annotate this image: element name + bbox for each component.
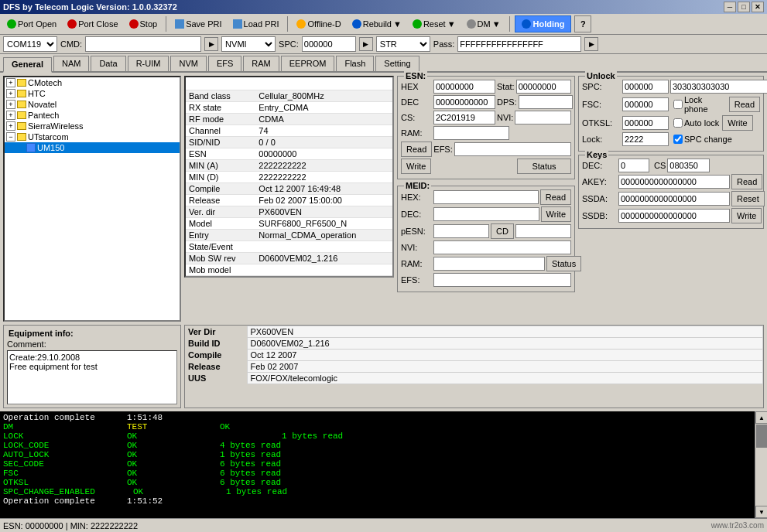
- meid-pesn-input[interactable]: [433, 224, 489, 238]
- extra-uus-value: FOX/FOX/telecomlogic: [247, 373, 763, 384]
- load-pri-button[interactable]: Load PRI: [229, 15, 283, 32]
- meid-dec-input[interactable]: [433, 207, 539, 221]
- esn-status-button[interactable]: Status: [517, 159, 571, 174]
- meid-write-button[interactable]: Write: [541, 206, 571, 222]
- holding-button[interactable]: Holding: [515, 15, 572, 32]
- log-scroll-up[interactable]: ▲: [755, 411, 767, 424]
- meid-pesn2-input[interactable]: [515, 224, 571, 238]
- meid-cd-button[interactable]: CD: [491, 223, 514, 239]
- pass-input[interactable]: [457, 36, 581, 52]
- save-icon: [175, 19, 184, 29]
- tab-data[interactable]: Data: [91, 56, 125, 71]
- tab-nvm[interactable]: NVM: [170, 56, 206, 71]
- expand-htc[interactable]: +: [6, 89, 15, 98]
- tree-item-cmotech[interactable]: + CMotech: [5, 77, 180, 88]
- keys-dec-input[interactable]: [618, 159, 649, 172]
- dm-button[interactable]: DM▼: [463, 15, 505, 32]
- port-close-button[interactable]: Port Close: [63, 15, 122, 32]
- tab-eeprom[interactable]: EEPROM: [281, 56, 335, 71]
- keys-write-button[interactable]: Write: [731, 208, 762, 223]
- tree-item-utstarcom[interactable]: − UTstarcom: [5, 131, 180, 142]
- info-value-mina: 2222222222: [255, 159, 392, 171]
- meid-nvi-input[interactable]: [433, 240, 571, 254]
- keys-cs-input[interactable]: [667, 159, 710, 172]
- unlock-spc-input2[interactable]: [670, 80, 767, 94]
- extra-release-value: Feb 02 2007: [247, 361, 763, 373]
- meid-efs-input[interactable]: [433, 273, 571, 287]
- expand-novatel[interactable]: +: [6, 100, 15, 109]
- esn-stat-input[interactable]: [516, 80, 571, 94]
- expand-sierrawireless[interactable]: +: [6, 121, 15, 131]
- log-scroll-thumb: [756, 425, 767, 448]
- reset-button[interactable]: Reset▼: [409, 15, 460, 32]
- cmd-arrow-button[interactable]: ▶: [204, 37, 218, 51]
- tree-item-pantech[interactable]: + Pantech: [5, 110, 180, 121]
- save-pri-button[interactable]: Save PRI: [171, 15, 225, 32]
- tab-flash[interactable]: Flash: [336, 56, 374, 71]
- log-scrollbar[interactable]: ▲ ▼: [755, 411, 767, 518]
- meid-hex-input[interactable]: [433, 190, 539, 204]
- pass-arrow-button[interactable]: ▶: [584, 37, 598, 51]
- tab-nam[interactable]: NAM: [53, 56, 89, 71]
- esn-read-button[interactable]: Read: [401, 142, 432, 157]
- unlock-otksl-input[interactable]: [622, 116, 669, 130]
- close-button[interactable]: ✕: [752, 2, 764, 12]
- spc-arrow-button[interactable]: ▶: [359, 37, 373, 51]
- stop-button[interactable]: Stop: [125, 15, 162, 32]
- esn-write-button[interactable]: Write: [401, 159, 431, 174]
- tab-efs[interactable]: EFS: [208, 56, 241, 71]
- unlock-spc-input1[interactable]: [622, 80, 669, 94]
- tab-general[interactable]: General: [3, 57, 52, 73]
- tab-setting[interactable]: Setting: [375, 56, 419, 71]
- tab-ram[interactable]: RAM: [243, 56, 279, 71]
- esn-dec-input[interactable]: [433, 95, 495, 109]
- lock-phone-checkbox[interactable]: [673, 100, 683, 109]
- unlock-fsc-input[interactable]: [622, 97, 669, 111]
- unlock-read-button[interactable]: Read: [729, 97, 760, 112]
- unlock-lock-input[interactable]: [622, 132, 669, 146]
- minimize-button[interactable]: ─: [724, 2, 736, 12]
- com-port-select[interactable]: COM119: [3, 36, 57, 52]
- comment-textarea[interactable]: Create:29.10.2008Free equipment for test: [7, 350, 177, 404]
- esn-ram-input[interactable]: [433, 126, 509, 140]
- expand-utstarcom[interactable]: −: [6, 132, 15, 142]
- keys-ssdb-input[interactable]: [618, 209, 730, 223]
- tree-item-htc[interactable]: + HTC: [5, 88, 180, 99]
- cmd-input[interactable]: [85, 36, 201, 52]
- tree-item-sierrawireless[interactable]: + SierraWireless: [5, 121, 180, 131]
- nvmi-select[interactable]: NVMI: [221, 36, 276, 52]
- rebuild-button[interactable]: Rebuild▼: [348, 15, 406, 32]
- spc-change-checkbox[interactable]: [673, 135, 683, 144]
- help-button[interactable]: ?: [574, 15, 591, 32]
- tree-item-um150[interactable]: UM150: [5, 142, 180, 153]
- maximize-button[interactable]: □: [738, 2, 750, 12]
- esn-cs-input[interactable]: [433, 111, 495, 124]
- esn-hex-input[interactable]: [433, 80, 495, 94]
- label-um150: UM150: [37, 143, 64, 152]
- esn-nvi-input[interactable]: [515, 111, 571, 124]
- log-scroll-down[interactable]: ▼: [755, 506, 767, 518]
- keys-read-button[interactable]: Read: [731, 174, 762, 189]
- meid-ram-input[interactable]: [433, 257, 545, 271]
- expand-pantech[interactable]: +: [6, 111, 15, 120]
- port-open-button[interactable]: Port Open: [3, 15, 60, 32]
- expand-cmotech[interactable]: +: [6, 78, 15, 87]
- keys-akey-input[interactable]: [618, 175, 730, 189]
- folder-icon-pantech: [17, 111, 26, 119]
- esn-dps-input[interactable]: [519, 95, 573, 109]
- keys-reset-button[interactable]: Reset: [731, 191, 765, 206]
- unlock-write-button[interactable]: Write: [722, 115, 752, 131]
- log-panel[interactable]: Operation complete 1:51:48 DM TEST OK LO…: [0, 411, 767, 518]
- device-tree[interactable]: + CMotech + HTC + Novatel + Pantech +: [3, 76, 181, 322]
- str-select[interactable]: STR: [376, 36, 430, 52]
- meid-hex-label: HEX:: [401, 193, 432, 202]
- meid-status-button[interactable]: Status: [546, 256, 581, 271]
- offline-d-button[interactable]: Offline-D: [293, 15, 344, 32]
- tree-item-novatel[interactable]: + Novatel: [5, 99, 180, 110]
- meid-read-button[interactable]: Read: [540, 189, 571, 205]
- keys-ssda-input[interactable]: [618, 192, 730, 206]
- auto-lock-checkbox[interactable]: [673, 118, 683, 128]
- tab-ruim[interactable]: R-UIM: [128, 56, 169, 71]
- esn-efs-input[interactable]: [454, 142, 571, 156]
- spc-input[interactable]: [302, 36, 356, 52]
